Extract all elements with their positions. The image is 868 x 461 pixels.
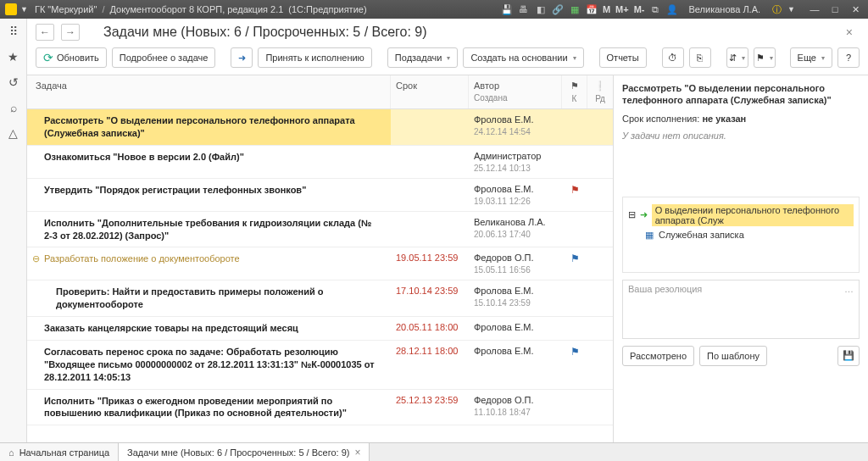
col-flag[interactable]: ⚑ К [562, 75, 587, 108]
subtasks-button[interactable]: Подзадачи▾ [387, 47, 459, 68]
resolution-input[interactable]: Ваша резолюция … [622, 280, 860, 339]
grid-body[interactable]: Рассмотреть "О выделении персонального т… [27, 109, 613, 442]
tree-item[interactable]: ⊟ ➜ О выделении персонального телефонног… [628, 203, 854, 228]
cell-due: 20.05.11 18:00 [391, 317, 469, 340]
cell-task: Ознакомиться "Новое в версии 2.0 (Файл)" [27, 146, 391, 178]
scale-mplus[interactable]: M+ [615, 4, 629, 14]
cell-flag [562, 146, 587, 178]
copy-button[interactable]: ⎘ [689, 47, 711, 68]
cell-rd [587, 146, 613, 178]
star-icon[interactable]: ★ [6, 49, 21, 64]
cell-author: Великанова Л.А.20.06.13 17:40 [469, 212, 562, 247]
apps-icon[interactable]: ⠿ [6, 24, 21, 39]
maximize-button[interactable]: □ [827, 4, 843, 14]
cell-flag: ⚑ [562, 179, 587, 211]
cell-rd [587, 179, 613, 211]
search-icon[interactable]: ⌕ [6, 100, 21, 115]
flag-icon: ⚑ [570, 346, 580, 358]
cell-author: Фролова Е.М.15.10.14 23:59 [469, 280, 562, 316]
compare-icon[interactable]: ◧ [535, 3, 547, 15]
calc-icon[interactable]: ▦ [569, 3, 581, 15]
by-template-button[interactable]: По шаблону [699, 346, 767, 366]
side-due-value: не указан [702, 114, 746, 124]
help-button[interactable]: ? [837, 47, 860, 68]
cell-flag [562, 317, 587, 340]
table-row[interactable]: Рассмотреть "О выделении персонального т… [27, 109, 613, 146]
doc-in-icon: ➜ [639, 209, 648, 220]
reports-button[interactable]: Отчеты [599, 47, 647, 68]
flag-filter-button[interactable]: ⚑▾ [754, 47, 776, 68]
time-tracking-button[interactable]: ⏱ [662, 47, 684, 68]
expand-icon[interactable]: ⊖ [32, 253, 42, 265]
tab-close-icon[interactable]: × [354, 447, 360, 458]
cell-due: 28.12.11 18:00 [391, 341, 469, 389]
close-page-button[interactable]: × [846, 25, 860, 39]
table-row[interactable]: Утвердить "Порядок регистрации телефонны… [27, 179, 613, 212]
more-button[interactable]: Еще▾ [790, 47, 832, 68]
history-icon[interactable]: ↺ [6, 75, 21, 90]
cell-task: Согласовать перенос срока по задаче: Обр… [27, 341, 391, 389]
tab-tasks-label: Задачи мне (Новых: 6 / Просроченных: 5 /… [127, 447, 349, 458]
col-author-label: Автор [474, 81, 556, 91]
cell-due [391, 109, 469, 145]
cell-due [391, 146, 469, 178]
close-window-button[interactable]: ✕ [848, 4, 863, 15]
table-row[interactable]: Исполнить "Приказ о ежегодном проведении… [27, 390, 613, 426]
side-due-label: Срок исполнения: [622, 114, 699, 124]
scale-mminus[interactable]: M- [634, 4, 645, 14]
table-row[interactable]: ⊖Разработать положение о документооборот… [27, 247, 613, 280]
notifications-icon[interactable]: △ [6, 125, 21, 141]
tree-item[interactable]: ▦ Служебная записка [628, 228, 854, 242]
cell-author: Фролова Е.М.24.12.14 14:54 [469, 109, 562, 145]
app-menu-dropdown[interactable]: ▼ [20, 5, 28, 14]
link-icon[interactable]: 🔗 [552, 3, 564, 15]
scale-m[interactable]: M [603, 4, 610, 14]
fav-icon[interactable]: ⧉ [649, 3, 661, 15]
forward-button[interactable]: → [61, 24, 80, 41]
col-due[interactable]: Срок [391, 75, 469, 108]
home-icon: ⌂ [8, 447, 14, 458]
createon-label: Создать на основании [470, 53, 567, 63]
left-rail: ⠿ ★ ↺ ⌕ △ [0, 19, 27, 442]
arrow-icon: ➜ [238, 53, 246, 64]
col-rd-label: Рд [595, 94, 605, 103]
col-rd[interactable]: ❕ Рд [587, 75, 613, 108]
sort-icon: ⇵ [729, 53, 737, 64]
col-task[interactable]: Задача [27, 75, 391, 108]
cell-rd [587, 212, 613, 247]
back-button[interactable]: ← [36, 24, 54, 41]
forward-task-button[interactable]: ➜ [231, 47, 253, 68]
minimize-button[interactable]: — [807, 4, 822, 14]
cell-task: Проверить: Найти и предоставить примеры … [27, 280, 391, 316]
flag-icon: ⚑ [756, 53, 765, 64]
cell-flag [562, 280, 587, 316]
info-icon[interactable]: ⓘ [771, 3, 782, 15]
tree-collapse-icon[interactable]: ⊟ [628, 209, 636, 220]
tree-item-label: О выделении персонального телефонного ап… [652, 204, 854, 226]
tab-tasks[interactable]: Задачи мне (Новых: 6 / Просроченных: 5 /… [119, 443, 370, 461]
cell-rd [587, 109, 613, 145]
user-icon: 👤 [666, 3, 678, 15]
save-resolution-button[interactable]: 💾 [837, 346, 860, 366]
table-row[interactable]: Исполнить "Дополнительные требования к г… [27, 212, 613, 248]
doc-icon: ▦ [643, 230, 655, 241]
accept-button[interactable]: Принять к исполнению [258, 47, 371, 68]
table-row[interactable]: Ознакомиться "Новое в версии 2.0 (Файл)"… [27, 146, 613, 179]
cell-task: Утвердить "Порядок регистрации телефонны… [27, 179, 391, 211]
reviewed-button[interactable]: Рассмотрено [622, 346, 694, 366]
info-dropdown[interactable]: ▼ [787, 5, 795, 14]
calendar-icon[interactable]: 📅 [586, 3, 598, 15]
tab-home[interactable]: ⌂ Начальная страница [0, 443, 119, 461]
create-based-on-button[interactable]: Создать на основании▾ [463, 47, 583, 68]
reviewed-label: Рассмотрено [630, 351, 687, 361]
task-details-button[interactable]: Подробнее о задаче [112, 47, 216, 68]
table-row[interactable]: Заказать канцелярские товары на предстоя… [27, 317, 613, 341]
col-excl-label: ❕ [594, 81, 606, 92]
save-icon[interactable]: 💾 [501, 3, 513, 15]
sort-button[interactable]: ⇵▾ [726, 47, 748, 68]
refresh-button[interactable]: ⟳Обновить [36, 47, 107, 68]
table-row[interactable]: Согласовать перенос срока по задаче: Обр… [27, 341, 613, 390]
table-row[interactable]: Проверить: Найти и предоставить примеры … [27, 280, 613, 317]
col-author[interactable]: Автор Создана [469, 75, 562, 108]
print-icon[interactable]: 🖶 [518, 3, 530, 15]
